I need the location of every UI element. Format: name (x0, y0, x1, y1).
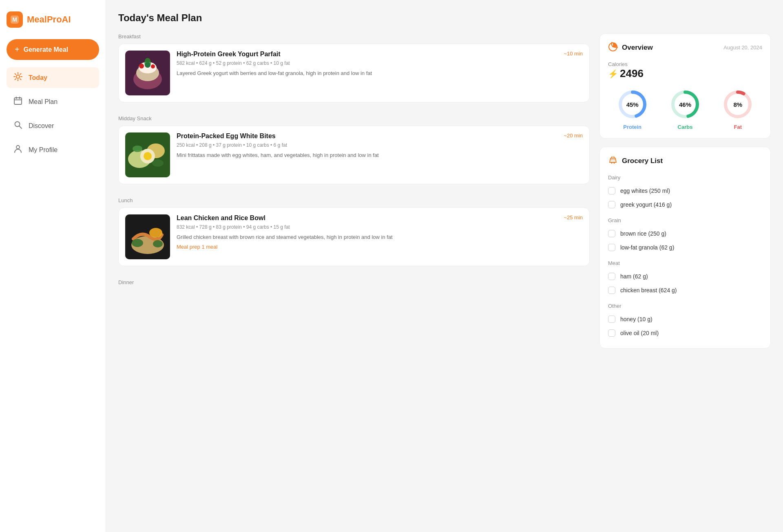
checkbox-greek-yogurt[interactable] (608, 201, 615, 208)
meal-info-egg: Protein-Packed Egg White Bites ~20 min 2… (177, 132, 583, 177)
logo-area: M MealProAI (7, 8, 99, 36)
grocery-header: Grocery List (608, 155, 762, 166)
meal-image-chicken (125, 214, 170, 259)
grocery-title-area: Grocery List (608, 155, 663, 166)
checkbox-egg-whites[interactable] (608, 187, 615, 194)
meal-card-chicken[interactable]: Lean Chicken and Rice Bowl ~25 min 832 k… (118, 208, 590, 266)
checkbox-chicken-breast[interactable] (608, 287, 615, 294)
sidebar-item-today[interactable]: Today (7, 67, 99, 88)
sidebar-item-my-profile[interactable]: My Profile (7, 139, 99, 160)
grocery-item-olive-oil: olive oil (20 ml) (608, 326, 762, 340)
overview-title: Overview (622, 44, 653, 52)
meal-header-yogurt: High-Protein Greek Yogurt Parfait ~10 mi… (177, 51, 583, 58)
person-icon (13, 144, 23, 155)
app-name: MealProAI (27, 14, 71, 25)
grocery-name-granola: low-fat granola (62 g) (620, 244, 674, 251)
svg-point-2 (16, 75, 20, 78)
grocery-item-brown-rice: brown rice (250 g) (608, 227, 762, 241)
svg-point-25 (144, 58, 151, 68)
calories-row: Calories ⚡ 2496 (608, 61, 762, 80)
sidebar-item-discover[interactable]: Discover (7, 115, 99, 136)
protein-percent: 45% (626, 101, 639, 108)
meal-desc-chicken: Grilled chicken breast with brown rice a… (177, 233, 583, 241)
svg-point-17 (16, 146, 20, 149)
overview-date: August 20, 2024 (723, 44, 762, 51)
sun-icon (13, 72, 23, 83)
grocery-name-greek-yogurt: greek yogurt (416 g) (620, 201, 672, 208)
content-layout: Breakfast High-Pr (118, 33, 771, 349)
meal-time-yogurt: ~10 min (564, 51, 583, 57)
logo-icon: M (7, 11, 23, 28)
grocery-title: Grocery List (622, 157, 663, 165)
meal-desc-egg: Mini frittatas made with egg whites, ham… (177, 151, 583, 159)
meal-name-egg: Protein-Packed Egg White Bites (177, 132, 276, 140)
carbs-percent: 46% (679, 101, 691, 108)
section-label-midday: Midday Snack (118, 115, 590, 121)
grocery-name-chicken-breast: chicken breast (624 g) (620, 287, 677, 294)
svg-point-22 (139, 64, 144, 68)
meal-header-chicken: Lean Chicken and Rice Bowl ~25 min (177, 214, 583, 222)
calories-value: ⚡ 2496 (608, 67, 644, 80)
generate-label: Generate Meal (24, 46, 68, 53)
sidebar-item-label-profile: My Profile (29, 146, 58, 154)
grocery-card: Grocery List Dairy egg whites (250 ml) g… (599, 147, 771, 349)
meal-name-chicken: Lean Chicken and Rice Bowl (177, 214, 265, 222)
meal-header-egg: Protein-Packed Egg White Bites ~20 min (177, 132, 583, 140)
svg-line-16 (19, 126, 22, 128)
section-label-lunch: Lunch (118, 197, 590, 203)
svg-line-8 (20, 79, 21, 79)
search-icon (13, 120, 23, 131)
grocery-item-ham: ham (62 g) (608, 269, 762, 283)
page-title: Today's Meal Plan (118, 12, 771, 24)
meal-desc-yogurt: Layered Greek yogurt with berries and lo… (177, 69, 583, 77)
sidebar: M MealProAI + Generate Meal Today (0, 0, 106, 532)
grocery-item-greek-yogurt: greek yogurt (416 g) (608, 198, 762, 212)
meal-card-egg[interactable]: Protein-Packed Egg White Bites ~20 min 2… (118, 126, 590, 184)
checkbox-honey[interactable] (608, 316, 615, 323)
checkbox-granola[interactable] (608, 244, 615, 251)
grocery-item-granola: low-fat granola (62 g) (608, 241, 762, 254)
section-label-breakfast: Breakfast (118, 33, 590, 40)
grocery-section-other: Other (608, 303, 762, 309)
svg-point-35 (149, 228, 162, 238)
donut-fat: 8% (721, 88, 754, 121)
meal-info-yogurt: High-Protein Greek Yogurt Parfait ~10 mi… (177, 51, 583, 95)
checkbox-brown-rice[interactable] (608, 230, 615, 237)
svg-point-30 (144, 152, 152, 160)
main-content: Today's Meal Plan Breakfast (106, 0, 783, 532)
bolt-icon: ⚡ (608, 69, 618, 79)
meal-name-yogurt: High-Protein Greek Yogurt Parfait (177, 51, 281, 58)
meal-time-egg: ~20 min (564, 132, 583, 139)
grocery-name-olive-oil: olive oil (20 ml) (620, 330, 659, 336)
donut-carbs: 46% (669, 88, 701, 121)
checkbox-ham[interactable] (608, 273, 615, 280)
sidebar-item-meal-plan[interactable]: Meal Plan (7, 91, 99, 112)
section-label-dinner: Dinner (118, 279, 590, 285)
meal-info-chicken: Lean Chicken and Rice Bowl ~25 min 832 k… (177, 214, 583, 259)
generate-meal-button[interactable]: + Generate Meal (7, 39, 99, 60)
meal-card-yogurt[interactable]: High-Protein Greek Yogurt Parfait ~10 mi… (118, 44, 590, 102)
svg-point-32 (152, 159, 164, 167)
svg-point-24 (151, 64, 155, 68)
meal-macros-chicken: 832 kcal • 728 g • 83 g protein • 94 g c… (177, 224, 583, 230)
meal-time-chicken: ~25 min (564, 214, 583, 221)
svg-line-7 (15, 74, 16, 75)
basket-icon (608, 155, 618, 166)
sidebar-item-label-discover: Discover (29, 122, 54, 130)
macros-row: 45% Protein 46% Carbs (608, 88, 762, 130)
grocery-item-egg-whites: egg whites (250 ml) (608, 184, 762, 198)
right-column: Overview August 20, 2024 Calories ⚡ 2496 (599, 33, 771, 349)
donut-protein: 45% (616, 88, 649, 121)
meal-prep-link-chicken[interactable]: Meal prep 1 meal (177, 244, 583, 250)
meal-image-egg (125, 132, 170, 177)
protein-label: Protein (623, 124, 641, 130)
calendar-icon (13, 96, 23, 107)
meal-image-yogurt (125, 51, 170, 95)
macro-item-protein: 45% Protein (616, 88, 649, 130)
checkbox-olive-oil[interactable] (608, 329, 615, 337)
fat-label: Fat (734, 124, 742, 130)
meal-macros-egg: 250 kcal • 208 g • 37 g protein • 10 g c… (177, 142, 583, 148)
meal-macros-yogurt: 582 kcal • 624 g • 52 g protein • 62 g c… (177, 60, 583, 66)
grocery-name-ham: ham (62 g) (620, 273, 648, 280)
grocery-name-honey: honey (10 g) (620, 316, 652, 322)
